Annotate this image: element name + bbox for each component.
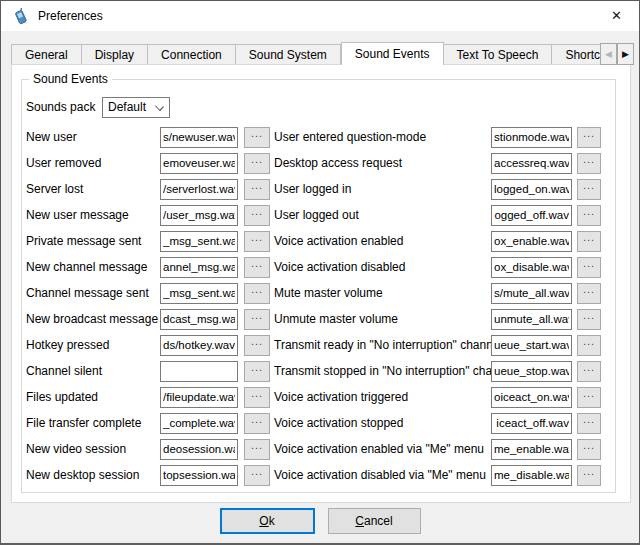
browse-button[interactable]: ... [577, 465, 601, 486]
tab-strip: General Display Connection Sound System … [11, 42, 607, 65]
sound-event-label: Transmit stopped in "No interruption" ch… [270, 364, 491, 378]
tab-sound-system[interactable]: Sound System [236, 44, 341, 65]
sound-file-input[interactable] [491, 153, 572, 174]
sound-file-input[interactable] [160, 335, 238, 356]
sound-file-input[interactable] [491, 179, 572, 200]
sound-event-label: New desktop session [22, 468, 160, 482]
sound-event-label: Mute master volume [270, 286, 491, 300]
sound-event-label: Voice activation enabled [270, 234, 491, 248]
browse-button[interactable]: ... [244, 127, 270, 148]
sound-event-row: Transmit stopped in "No interruption" ch… [270, 358, 615, 384]
sound-event-row: Unmute master volume ... [270, 306, 615, 332]
sound-event-label: New broadcast message [22, 312, 160, 326]
sound-file-input[interactable] [491, 413, 572, 434]
sound-event-row: Channel message sent ... [22, 280, 270, 306]
sound-event-label: New user message [22, 208, 160, 222]
sound-event-row: Files updated ... [22, 384, 270, 410]
sound-event-label: New user [22, 130, 160, 144]
sound-event-row: Voice activation disabled via "Me" menu … [270, 462, 615, 488]
tab-connection[interactable]: Connection [148, 44, 236, 65]
sound-file-input[interactable] [491, 465, 572, 486]
browse-button[interactable]: ... [244, 309, 270, 330]
browse-button[interactable]: ... [577, 127, 601, 148]
browse-button[interactable]: ... [244, 283, 270, 304]
sound-event-label: Files updated [22, 390, 160, 404]
browse-button[interactable]: ... [577, 153, 601, 174]
sound-file-input[interactable] [491, 361, 572, 382]
browse-button[interactable]: ... [577, 413, 601, 434]
browse-button[interactable]: ... [244, 335, 270, 356]
sound-file-input[interactable] [160, 283, 238, 304]
browse-button[interactable]: ... [577, 309, 601, 330]
browse-button[interactable]: ... [577, 335, 601, 356]
browse-button[interactable]: ... [244, 179, 270, 200]
sound-file-input[interactable] [160, 413, 238, 434]
browse-button[interactable]: ... [244, 231, 270, 252]
browse-button[interactable]: ... [244, 439, 270, 460]
sound-event-label: User entered question-mode [270, 130, 491, 144]
window-title: Preferences [38, 9, 103, 23]
cancel-button[interactable]: Cancel [328, 508, 421, 534]
sound-event-row: New channel message ... [22, 254, 270, 280]
sound-file-input[interactable] [491, 283, 572, 304]
chevron-down-icon [155, 102, 164, 111]
sound-file-input[interactable] [160, 309, 238, 330]
browse-button[interactable]: ... [577, 439, 601, 460]
browse-button[interactable]: ... [577, 257, 601, 278]
browse-button[interactable]: ... [577, 361, 601, 382]
browse-button[interactable]: ... [577, 387, 601, 408]
sound-event-row: New broadcast message ... [22, 306, 270, 332]
sound-file-input[interactable] [491, 205, 572, 226]
browse-button[interactable]: ... [577, 205, 601, 226]
sound-file-input[interactable] [160, 231, 238, 252]
title-bar[interactable]: Preferences ✕ [1, 1, 639, 31]
browse-button[interactable]: ... [244, 413, 270, 434]
sound-event-label: Hotkey pressed [22, 338, 160, 352]
sound-file-input[interactable] [491, 231, 572, 252]
sound-file-input[interactable] [491, 335, 572, 356]
sound-file-input[interactable] [160, 205, 238, 226]
tab-scroll-right-icon[interactable]: ▶ [617, 43, 634, 65]
sound-event-label: File transfer complete [22, 416, 160, 430]
tab-sound-events[interactable]: Sound Events [341, 42, 444, 65]
browse-button[interactable]: ... [244, 361, 270, 382]
browse-button[interactable]: ... [577, 283, 601, 304]
ok-button[interactable]: Ok [220, 508, 315, 534]
sound-file-input[interactable] [160, 361, 238, 382]
sound-events-groupbox: Sound Events Sounds pack Default New use… [21, 79, 616, 493]
sound-event-label: Voice activation disabled via "Me" menu [270, 468, 491, 482]
sound-event-label: Private message sent [22, 234, 160, 248]
sound-event-label: Voice activation disabled [270, 260, 491, 274]
sound-file-input[interactable] [160, 439, 238, 460]
sound-file-input[interactable] [491, 257, 572, 278]
tab-shortcuts[interactable]: Shortcuts [552, 44, 607, 65]
sound-file-input[interactable] [160, 127, 238, 148]
sound-file-input[interactable] [160, 153, 238, 174]
close-icon[interactable]: ✕ [594, 1, 639, 30]
browse-button[interactable]: ... [244, 257, 270, 278]
sound-file-input[interactable] [160, 465, 238, 486]
sound-event-row: Voice activation disabled ... [270, 254, 615, 280]
browse-button[interactable]: ... [577, 231, 601, 252]
sound-file-input[interactable] [491, 387, 572, 408]
tab-scroll-left-icon[interactable]: ◀ [600, 43, 617, 65]
sound-file-input[interactable] [491, 127, 572, 148]
tab-display[interactable]: Display [82, 44, 148, 65]
tab-text-to-speech[interactable]: Text To Speech [444, 44, 553, 65]
sound-event-row: Channel silent ... [22, 358, 270, 384]
sound-file-input[interactable] [491, 309, 572, 330]
browse-button[interactable]: ... [244, 465, 270, 486]
sounds-pack-select[interactable]: Default [102, 97, 170, 118]
browse-button[interactable]: ... [244, 153, 270, 174]
right-sound-column: User entered question-mode ... Desktop a… [270, 124, 615, 488]
browse-button[interactable]: ... [244, 205, 270, 226]
tab-general[interactable]: General [11, 44, 82, 65]
sound-file-input[interactable] [160, 387, 238, 408]
sound-event-row: New user ... [22, 124, 270, 150]
sound-file-input[interactable] [491, 439, 572, 460]
sounds-pack-value: Default [108, 100, 146, 114]
browse-button[interactable]: ... [244, 387, 270, 408]
sound-file-input[interactable] [160, 257, 238, 278]
browse-button[interactable]: ... [577, 179, 601, 200]
sound-file-input[interactable] [160, 179, 238, 200]
